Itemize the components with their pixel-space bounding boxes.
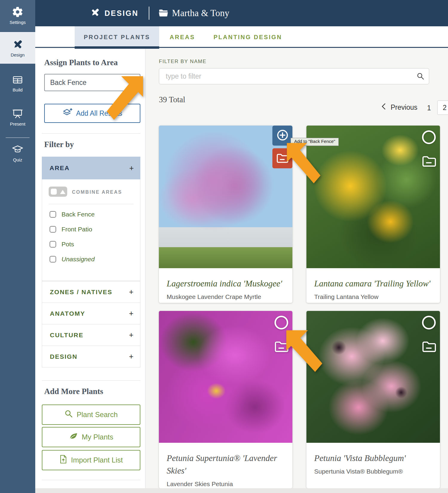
area-option-unassigned: Unassigned <box>50 256 95 263</box>
search-icon[interactable] <box>417 72 424 81</box>
tab-label: AREAS <box>170 34 195 41</box>
tab-project-plants[interactable]: PROJECT PLANTS <box>75 26 159 48</box>
plant-botanical-name: Petunia Supertunia® 'Lavender Skies' <box>167 452 285 477</box>
plant-botanical-name: Lantana camara 'Trailing Yellow' <box>314 277 432 290</box>
design-tools-icon <box>90 7 100 19</box>
filter-section-label: AREA <box>50 164 129 172</box>
app-header: DESIGN Martha & Tony <box>35 0 448 26</box>
sidebar: Settings Design Build Present Quiz <box>0 0 35 493</box>
combine-areas-toggle[interactable] <box>49 187 67 198</box>
filter-section-label: CULTURE <box>50 332 129 339</box>
yellow-lantana-flowers-photo <box>306 126 440 268</box>
area-option-back-fence: Back Fence <box>50 211 95 218</box>
layers-plus-icon <box>62 108 73 119</box>
sidebar-item-settings[interactable]: Settings <box>0 0 35 31</box>
panel-divider <box>42 480 140 480</box>
add-to-area-circle-button[interactable] <box>274 316 288 329</box>
leaf-icon <box>69 432 78 442</box>
pagination-previous[interactable]: Previous <box>381 103 417 112</box>
area-option-label: Back Fence <box>62 211 95 218</box>
expand-plus-icon: + <box>129 330 134 340</box>
sidebar-item-build[interactable]: Build <box>0 74 35 92</box>
search-field-wrap <box>159 68 429 84</box>
filter-section-zones-natives[interactable]: ZONES / NATIVES + <box>42 281 140 303</box>
add-more-plants-heading: Add More Plants <box>44 387 103 396</box>
area-select-value: Back Fence <box>50 79 86 87</box>
tab-areas[interactable]: AREAS <box>170 26 195 48</box>
filter-section-area[interactable]: AREA + <box>42 157 140 179</box>
plant-card[interactable]: Lagerstroemia indica 'Muskogee' Muskogee… <box>159 126 292 303</box>
file-import-icon <box>59 455 67 465</box>
checkbox-front-patio[interactable] <box>50 226 56 233</box>
checkbox-back-fence[interactable] <box>50 211 56 218</box>
tab-planting-design[interactable]: PLANTING DESIGN <box>214 26 282 48</box>
pagination-page-2[interactable]: 2 <box>437 100 448 115</box>
table-grid-icon <box>0 74 35 86</box>
tab-label: PROJECT PLANTS <box>84 34 150 41</box>
sidebar-item-quiz[interactable]: Quiz <box>0 144 35 162</box>
previous-label: Previous <box>391 103 417 112</box>
checkbox-pots[interactable] <box>50 241 56 248</box>
pink-petunia-flowers-photo <box>306 311 440 443</box>
plant-card[interactable]: Petunia Supertunia® 'Lavender Skies' Lav… <box>159 311 292 488</box>
area-option-front-patio: Front Patio <box>50 226 92 233</box>
plant-search-button[interactable]: Plant Search <box>42 405 140 425</box>
import-plant-list-button[interactable]: Import Plant List <box>42 450 140 470</box>
chevron-left-icon <box>381 103 386 112</box>
my-plants-label: My Plants <box>82 433 113 441</box>
pagination-page-1[interactable]: 1 <box>427 104 431 112</box>
gear-icon <box>0 6 35 18</box>
assign-plants-heading: Assign Plants to Area <box>44 58 118 67</box>
filter-section-label: ANATOMY <box>50 310 129 317</box>
plant-botanical-name: Petunia 'Vista Bubblegum' <box>314 452 432 464</box>
sidebar-item-label: Present <box>0 121 35 126</box>
project-name[interactable]: Martha & Tony <box>172 8 229 19</box>
panel-divider <box>42 380 140 381</box>
plant-card[interactable]: Lantana camara 'Trailing Yellow' Trailin… <box>306 126 440 303</box>
annotation-arrow-nw <box>285 141 322 184</box>
combine-areas-label: COMBINE AREAS <box>72 190 122 195</box>
filter-section-culture[interactable]: CULTURE + <box>42 324 140 346</box>
sidebar-item-label: Quiz <box>0 157 35 162</box>
area-option-label: Front Patio <box>62 226 92 233</box>
header-divider <box>149 7 149 20</box>
crape-myrtle-tree-photo <box>159 126 292 268</box>
app-title: DESIGN <box>105 9 139 18</box>
expand-plus-icon: + <box>129 352 134 361</box>
area-option-label: Pots <box>62 241 74 248</box>
filter-section-label: ZONES / NATIVES <box>50 289 129 296</box>
filter-section-anatomy[interactable]: ANATOMY + <box>42 303 140 324</box>
plant-common-name: Muskogee Lavender Crape Myrtle <box>167 293 285 300</box>
folder-icon <box>158 8 168 18</box>
filter-by-heading: Filter by <box>44 140 74 149</box>
area-option-pots: Pots <box>50 241 74 248</box>
add-to-area-circle-button[interactable] <box>422 130 436 144</box>
folder-minus-icon[interactable] <box>421 340 437 354</box>
add-to-area-circle-button[interactable] <box>422 316 436 329</box>
presentation-screen-icon <box>0 108 35 120</box>
tab-bar: PROJECT PLANTS AREAS PLANTING DESIGN <box>35 26 448 48</box>
page-bottom-strip <box>35 488 448 493</box>
my-plants-button[interactable]: My Plants <box>42 427 140 447</box>
expand-plus-icon: + <box>129 164 134 173</box>
page-number: 2 <box>443 104 447 112</box>
import-plant-list-label: Import Plant List <box>71 456 123 464</box>
area-option-label: Unassigned <box>62 256 95 263</box>
design-tools-icon <box>0 39 35 51</box>
filter-by-name-label: FILTER BY NAME <box>159 59 206 65</box>
sidebar-item-present[interactable]: Present <box>0 108 35 126</box>
tab-label: PLANTING DESIGN <box>214 34 282 41</box>
sidebar-item-design[interactable]: Design <box>0 32 35 64</box>
panel-divider <box>42 133 140 134</box>
checkbox-unassigned[interactable] <box>50 256 56 262</box>
plant-common-name: Supertunia Vista® Bubblegum® <box>314 468 432 475</box>
filter-section-label: DESIGN <box>50 353 129 360</box>
folder-minus-icon[interactable] <box>421 154 437 169</box>
annotation-arrow-nw <box>284 328 324 373</box>
annotation-arrow-ne <box>105 74 145 122</box>
plant-card[interactable]: Petunia 'Vista Bubblegum' Supertunia Vis… <box>306 311 440 488</box>
expand-plus-icon: + <box>129 287 134 297</box>
circle-plus-icon <box>276 129 289 143</box>
search-input[interactable] <box>159 68 429 84</box>
filter-section-design[interactable]: DESIGN + <box>42 346 140 367</box>
